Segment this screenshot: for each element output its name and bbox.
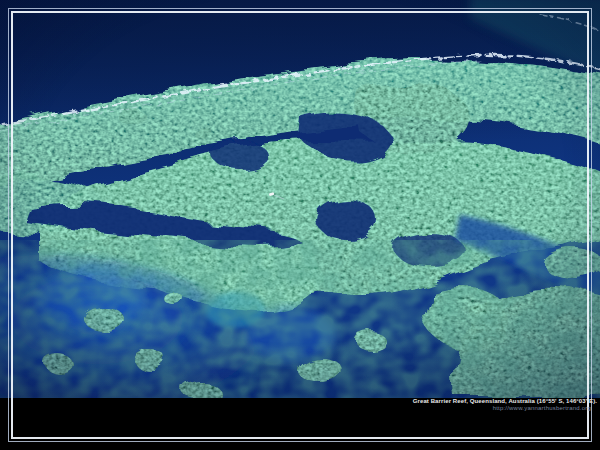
reef-photo-graphic bbox=[0, 0, 600, 398]
photo-caption-block: Great Barrier Reef, Queensland, Australi… bbox=[197, 398, 597, 412]
photographer-url: http://www.yannarthusbertrand.org bbox=[197, 405, 597, 412]
desktop-wallpaper: Great Barrier Reef, Queensland, Australi… bbox=[0, 0, 600, 450]
reef-aerial-photo bbox=[0, 0, 600, 398]
photo-caption-title: Great Barrier Reef, Queensland, Australi… bbox=[197, 398, 597, 405]
